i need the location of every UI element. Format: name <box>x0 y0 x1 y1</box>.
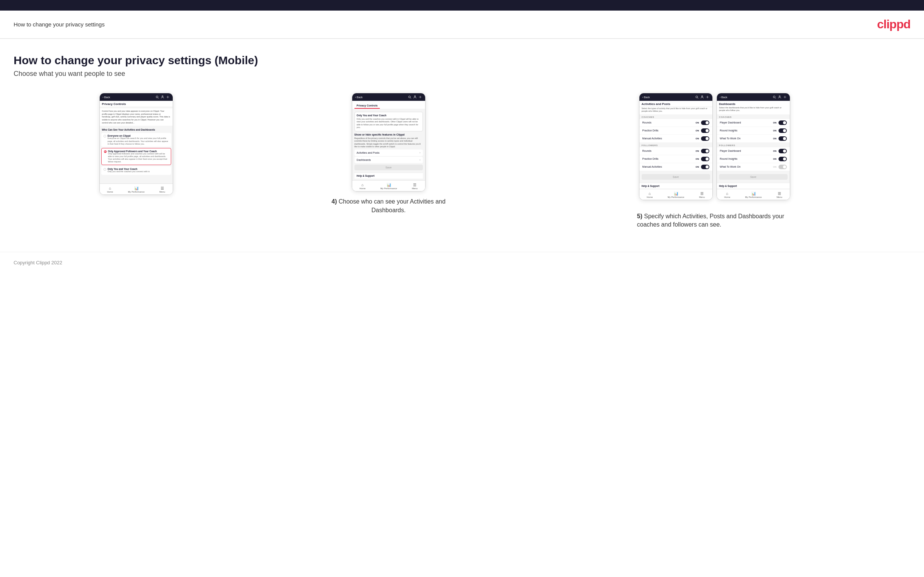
phone3-navbar: ‹ Back <box>640 93 712 101</box>
phone4-content: Dashboards Select the dashboards that yo… <box>717 101 790 189</box>
save-button2[interactable]: Save <box>354 164 423 170</box>
followers-manual-row: Manual Activities ON <box>640 163 712 171</box>
home-icon: ⌂ <box>109 186 111 190</box>
home-icon4: ⌂ <box>726 192 728 196</box>
person-icon2 <box>413 95 417 99</box>
save-button3[interactable]: Save <box>642 174 710 180</box>
performance-label3: My Performance <box>668 196 684 198</box>
followers-section-label4: FOLLOWERS <box>717 143 790 147</box>
svg-point-15 <box>784 97 785 98</box>
followers-round-insights-toggle[interactable] <box>779 157 787 161</box>
coaches-practice-toggle[interactable] <box>701 128 709 133</box>
save-button4[interactable]: Save <box>719 174 788 180</box>
person-icon3 <box>700 95 704 99</box>
settings-icon3[interactable] <box>706 95 709 99</box>
bottom-nav-performance2[interactable]: 📊 My Performance <box>381 183 397 190</box>
menu-label4: Menu <box>777 196 782 198</box>
performance-label4: My Performance <box>745 196 762 198</box>
phone2-back[interactable]: ‹ Back <box>355 96 363 98</box>
bottom-nav-performance4[interactable]: 📊 My Performance <box>745 192 762 198</box>
phone4-navbar: ‹ Back <box>717 93 790 101</box>
privacy-controls-tab[interactable]: Privacy Controls <box>354 102 380 109</box>
phone4-back[interactable]: ‹ Back <box>720 96 727 98</box>
svg-line-9 <box>697 98 698 98</box>
dashboards-desc: Select the dashboards that you'd like to… <box>719 106 788 112</box>
svg-point-14 <box>779 95 780 97</box>
logo: clippd <box>877 18 910 31</box>
home-label4: Home <box>724 196 730 198</box>
radio-everyone[interactable] <box>103 135 106 137</box>
followers-manual-toggle[interactable] <box>701 164 709 169</box>
phone2-bottom-nav: ⌂ Home 📊 My Performance ☰ Menu <box>352 180 425 191</box>
svg-point-6 <box>414 95 415 97</box>
phone1-content: Privacy Controls Control how you and you… <box>100 101 173 184</box>
only-you-card: Only You and Your Coach Only you and the… <box>354 112 423 131</box>
followers-what-to-work-toggle[interactable] <box>779 164 787 169</box>
settings-icon2[interactable] <box>418 95 422 99</box>
bottom-nav-menu2[interactable]: ☰ Menu <box>412 183 418 190</box>
followers-practice-toggle[interactable] <box>701 157 709 161</box>
option-only-you-text: Only You and Your Coach Only you and the… <box>108 168 150 173</box>
privacy-controls-title: Privacy Controls <box>100 101 173 106</box>
settings-icon[interactable] <box>166 95 170 99</box>
followers-practice-row: Practice Drills ON <box>640 155 712 163</box>
home-icon2: ⌂ <box>361 183 363 187</box>
home-label2: Home <box>359 187 365 190</box>
home-icon3: ⌂ <box>648 192 651 196</box>
dashboards-link[interactable]: Dashboards › <box>354 157 423 163</box>
phone1-bottom-nav: ⌂ Home 📊 My Performance ☰ Menu <box>100 184 173 195</box>
phone3-content: Activities and Posts Select the types of… <box>640 101 712 189</box>
coaches-rounds-toggle[interactable] <box>701 121 709 125</box>
search-icon4[interactable] <box>772 95 776 99</box>
phone3-bottom-nav: ⌂ Home 📊 My Performance ☰ Menu <box>640 189 712 200</box>
activities-posts-link[interactable]: Activities and Posts › <box>354 150 423 156</box>
option-approved-text: Only Approved Followers and Your Coach O… <box>108 150 168 163</box>
phone4-nav-icons <box>772 95 787 99</box>
coaches-player-dash-toggle[interactable] <box>779 121 787 125</box>
bottom-nav-home4[interactable]: ⌂ Home <box>724 192 730 198</box>
bottom-nav-menu4[interactable]: ☰ Menu <box>777 192 782 198</box>
svg-line-5 <box>410 98 411 98</box>
bottom-nav-menu3[interactable]: ☰ Menu <box>699 192 705 198</box>
person-icon4 <box>778 95 782 99</box>
person-icon <box>161 95 165 99</box>
svg-point-10 <box>701 95 703 97</box>
privacy-controls-body: Control how you and your data appears to… <box>100 108 173 126</box>
radio-only-you[interactable] <box>103 168 106 171</box>
coaches-section-label: COACHES <box>640 114 712 119</box>
bottom-nav-home2[interactable]: ⌂ Home <box>359 183 365 190</box>
coaches-round-insights-row: Round Insights ON <box>717 127 790 134</box>
search-icon2[interactable] <box>408 95 412 99</box>
menu-icon2: ☰ <box>413 183 417 187</box>
search-icon3[interactable] <box>695 95 699 99</box>
bottom-nav-menu[interactable]: ☰ Menu <box>160 186 165 193</box>
option-everyone[interactable]: Everyone on Clippd Everyone on Clippd ca… <box>101 133 171 147</box>
bottom-nav-performance[interactable]: 📊 My Performance <box>128 186 145 193</box>
followers-rounds-toggle[interactable] <box>701 149 709 153</box>
radio-approved[interactable] <box>104 150 107 153</box>
phone1-back[interactable]: ‹ Back <box>103 96 110 98</box>
menu-label: Menu <box>160 191 165 193</box>
bottom-nav-performance3[interactable]: 📊 My Performance <box>668 192 684 198</box>
menu-label2: Menu <box>412 187 418 190</box>
coaches-manual-toggle[interactable] <box>701 136 709 141</box>
search-icon[interactable] <box>155 95 159 99</box>
page-title: How to change your privacy settings (Mob… <box>14 54 910 67</box>
phone2-navbar: ‹ Back <box>352 93 425 101</box>
bottom-nav-home[interactable]: ⌂ Home <box>107 186 113 193</box>
svg-point-7 <box>420 97 421 98</box>
option-approved[interactable]: Only Approved Followers and Your Coach O… <box>101 148 171 165</box>
followers-player-dash-toggle[interactable] <box>779 149 787 153</box>
coaches-what-to-work-toggle[interactable] <box>779 136 787 141</box>
bottom-nav-home3[interactable]: ⌂ Home <box>647 192 653 198</box>
performance-icon2: 📊 <box>387 183 391 187</box>
option-only-you[interactable]: Only You and Your Coach Only you and the… <box>101 166 171 174</box>
followers-round-insights-row: Round Insights ON <box>717 155 790 163</box>
show-hide-desc: Regardless of the privacy controls that … <box>354 137 423 148</box>
phone1-navbar: ‹ Back <box>100 93 173 101</box>
screen34-group: ‹ Back Activities and Posts Select the t… <box>519 93 910 229</box>
settings-icon4[interactable] <box>783 95 787 99</box>
phone3-back[interactable]: ‹ Back <box>643 96 650 98</box>
coaches-round-insights-toggle[interactable] <box>779 128 787 133</box>
svg-point-2 <box>162 95 163 97</box>
